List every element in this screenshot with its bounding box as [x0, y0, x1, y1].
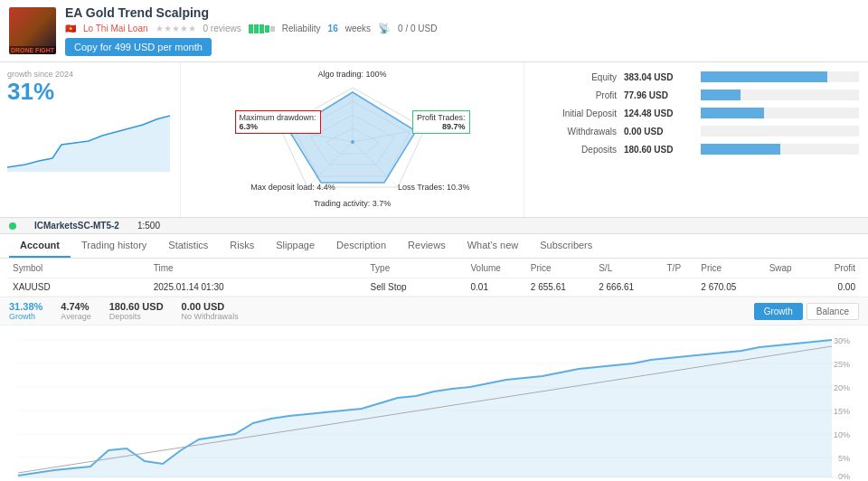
page-title: EA Gold Trend Scalping	[65, 5, 859, 20]
flag-icon: 🇻🇳	[65, 24, 76, 33]
growth-sparkline	[7, 108, 170, 172]
col-volume: Volume	[467, 259, 526, 278]
copy-button[interactable]: Copy for 499 USD per month	[65, 38, 212, 56]
svg-text:20%: 20%	[834, 383, 850, 392]
reliability-label: Reliability	[282, 24, 321, 33]
trading-activity-label: Trading activity: 3.7%	[314, 199, 392, 208]
cell-swap	[766, 278, 814, 297]
tab-whats-new[interactable]: What's new	[457, 234, 530, 258]
table-section: Symbol Time Type Volume Price S/L T/P Pr…	[0, 259, 868, 297]
growth-value: 31%	[7, 79, 173, 105]
reliability-bars	[249, 24, 275, 33]
tabs-bar: Account Trading history Statistics Risks…	[0, 234, 868, 259]
svg-text:30%: 30%	[834, 336, 850, 345]
withdrawals-stat: 0.00 USD No Withdrawals	[182, 301, 239, 321]
stat-label: Equity	[533, 72, 624, 82]
tab-description[interactable]: Description	[326, 234, 397, 258]
col-price2: Price	[697, 259, 765, 278]
cell-time: 2025.01.14 01:30	[81, 278, 316, 297]
cell-sl: 2 666.61	[595, 278, 663, 297]
growth-panel: growth since 2024 31%	[0, 62, 181, 217]
stats-panel: Equity 383.04 USD Profit 77.96 USD Initi…	[524, 62, 868, 217]
cell-tp	[664, 278, 698, 297]
svg-text:0%: 0%	[838, 472, 850, 481]
cell-symbol: XAUUSD	[9, 278, 81, 297]
tab-risks[interactable]: Risks	[219, 234, 265, 258]
col-time: Time	[81, 259, 316, 278]
col-swap: Swap	[766, 259, 814, 278]
tab-slippage[interactable]: Slippage	[265, 234, 326, 258]
tab-statistics[interactable]: Statistics	[157, 234, 219, 258]
stat-row-profit: Profit 77.96 USD	[533, 90, 859, 100]
cell-profit: 0.00	[814, 278, 859, 297]
broker-name: ICMarketsSC-MT5-2	[34, 221, 119, 231]
star-rating: ★★★★★	[156, 24, 196, 33]
stat-row-withdrawals: Withdrawals 0.00 USD	[533, 126, 859, 137]
col-symbol: Symbol	[9, 259, 81, 278]
svg-text:25%: 25%	[834, 360, 850, 369]
tab-subscribers[interactable]: Subscribers	[529, 234, 603, 258]
header-info: EA Gold Trend Scalping 🇻🇳 Lo Thi Mai Loa…	[65, 5, 859, 56]
chart-area: 30% 25% 20% 15% 10% 5% 0% 0 2 4 6 8 10 1…	[0, 325, 868, 481]
stat-value: 383.04 USD	[624, 72, 701, 82]
main-panels: growth since 2024 31% Algo trading: 100%	[0, 62, 868, 218]
growth-stat-value: 31.38%	[9, 301, 42, 312]
stat-value: 77.96 USD	[624, 90, 701, 100]
stat-row-initial-deposit: Initial Deposit 124.48 USD	[533, 108, 859, 118]
stat-label: Profit	[533, 90, 624, 100]
svg-point-10	[351, 140, 354, 144]
cell-type: Sell Stop	[316, 278, 467, 297]
stat-row-deposits: Deposits 180.60 USD	[533, 144, 859, 155]
cell-price: 2 655.61	[527, 278, 595, 297]
growth-toggle-button[interactable]: Growth	[754, 303, 803, 320]
svg-text:15%: 15%	[834, 407, 850, 416]
reviews-count: 0 reviews	[203, 24, 241, 33]
deposits-stat: 180.60 USD Deposits	[109, 301, 164, 321]
signal-icon: 📡	[378, 23, 391, 34]
deposits-stat-value: 180.60 USD	[109, 301, 164, 312]
col-type: Type	[316, 259, 467, 278]
stat-value: 124.48 USD	[624, 108, 701, 118]
bottom-stats-bar: 31.38% Growth 4.74% Average 180.60 USD D…	[0, 297, 868, 325]
tab-reviews[interactable]: Reviews	[397, 234, 457, 258]
balance-toggle-button[interactable]: Balance	[807, 303, 859, 320]
loss-trades-label: Loss Trades: 10.3%	[398, 183, 470, 192]
max-drawdown-box: Maximum drawdown: 6.3%	[235, 110, 321, 134]
stat-label: Initial Deposit	[533, 108, 624, 118]
svg-marker-25	[18, 340, 832, 477]
growth-stat-label: Growth	[9, 312, 42, 321]
profit-trades-box: Profit Trades: 89.7%	[412, 110, 470, 134]
deposits-stat-label: Deposits	[109, 312, 164, 321]
broker-dot	[9, 222, 16, 230]
avg-stat-value: 4.74%	[61, 301, 90, 312]
author-name: Lo Thi Mai Loan	[83, 24, 148, 33]
trades-table: Symbol Time Type Volume Price S/L T/P Pr…	[9, 259, 859, 297]
weeks-badge: 16	[328, 24, 338, 33]
stat-value: 0.00 USD	[624, 127, 701, 137]
max-deposit-label: Max deposit load: 4.4%	[250, 183, 335, 192]
col-profit: Profit	[814, 259, 859, 278]
col-sl: S/L	[595, 259, 663, 278]
stat-row-equity: Equity 383.04 USD	[533, 71, 859, 82]
svg-marker-9	[289, 92, 416, 183]
tab-trading-history[interactable]: Trading history	[71, 234, 157, 258]
cell-price2: 2 670.05	[697, 278, 765, 297]
weeks-label: weeks	[345, 24, 371, 33]
table-row: XAUUSD 2025.01.14 01:30 Sell Stop 0.01 2…	[9, 278, 859, 297]
stat-label: Withdrawals	[533, 127, 624, 137]
col-tp: T/P	[664, 259, 698, 278]
stat-label: Deposits	[533, 145, 624, 155]
leverage: 1:500	[137, 221, 160, 231]
radar-panel: Algo trading: 100%	[181, 62, 524, 217]
avg-stat: 4.74% Average	[61, 301, 90, 321]
tab-account[interactable]: Account	[9, 234, 71, 258]
chart-toggle: Growth Balance	[754, 303, 859, 320]
header: DRONE FIGHT EA Gold Trend Scalping 🇻🇳 Lo…	[0, 0, 868, 62]
cell-volume: 0.01	[467, 278, 526, 297]
svg-text:5%: 5%	[838, 454, 850, 463]
avg-stat-label: Average	[61, 312, 90, 321]
withdrawals-stat-label: No Withdrawals	[182, 312, 239, 321]
withdrawals-stat-value: 0.00 USD	[182, 301, 239, 312]
info-bar: ICMarketsSC-MT5-2 1:500	[0, 218, 868, 234]
main-chart: 30% 25% 20% 15% 10% 5% 0% 0 2 4 6 8 10 1…	[9, 333, 859, 481]
